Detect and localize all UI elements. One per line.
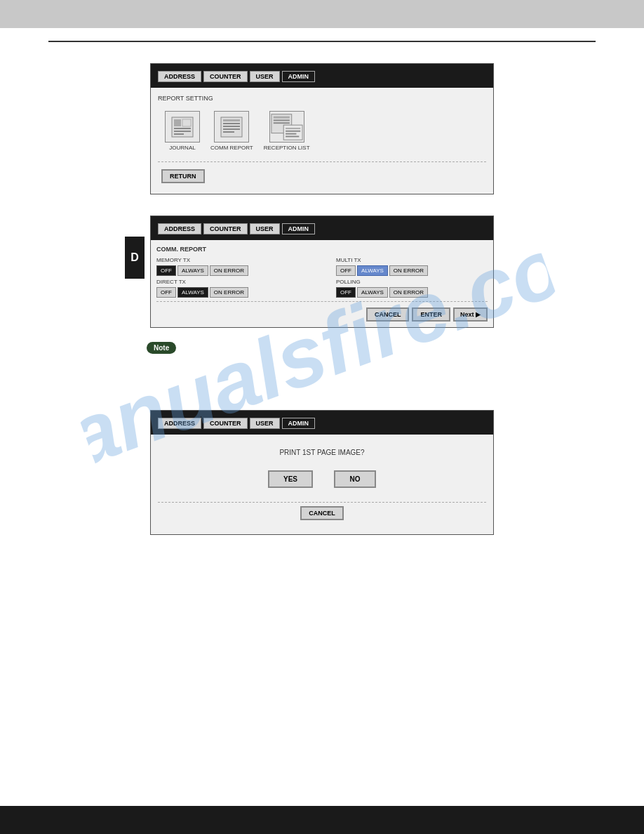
tab-admin-2[interactable]: ADMIN xyxy=(282,223,316,234)
direct-tx-label: DIRECT TX xyxy=(156,279,308,285)
print-question: PRINT 1ST PAGE IMAGE? xyxy=(158,449,486,456)
action-row: CANCEL ENTER Next ▶ xyxy=(156,307,488,322)
panel3-header: ADDRESS COUNTER USER ADMIN xyxy=(151,411,493,435)
print-section: PRINT 1ST PAGE IMAGE? YES NO CANCEL xyxy=(151,435,493,534)
dashed-sep-2 xyxy=(156,301,488,302)
svg-rect-13 xyxy=(273,116,289,118)
multi-tx-group: MULTI TX OFF ALWAYS ON ERROR xyxy=(336,257,488,276)
direct-tx-off[interactable]: OFF xyxy=(156,287,176,298)
memory-tx-onerror[interactable]: ON ERROR xyxy=(210,265,248,276)
svg-rect-18 xyxy=(286,130,300,131)
reception-list-icon-box[interactable]: RECEPTION LIST xyxy=(264,111,310,151)
polling-label: POLLING xyxy=(336,279,488,285)
svg-rect-9 xyxy=(223,126,240,127)
svg-rect-4 xyxy=(174,133,184,135)
polling-group: POLLING OFF ALWAYS ON ERROR xyxy=(336,279,488,298)
tab-address-1[interactable]: ADDRESS xyxy=(158,71,201,82)
journal-icon xyxy=(165,111,200,143)
svg-rect-14 xyxy=(273,119,289,121)
cancel-button-3[interactable]: CANCEL xyxy=(300,506,344,520)
polling-onerror[interactable]: ON ERROR xyxy=(389,287,428,298)
tab-user-3[interactable]: USER xyxy=(250,418,280,429)
note-text xyxy=(147,358,497,368)
polling-off[interactable]: OFF xyxy=(336,287,356,298)
tab-address-3[interactable]: ADDRESS xyxy=(158,418,201,429)
bottom-bar xyxy=(0,806,644,834)
svg-rect-16 xyxy=(283,125,302,140)
tab-user-1[interactable]: USER xyxy=(250,71,280,82)
cancel-center: CANCEL xyxy=(158,506,486,520)
icon-row: JOURNAL xyxy=(158,107,486,158)
panel1-content: REPORT SETTING xyxy=(151,88,493,194)
print-buttons: YES NO xyxy=(158,470,486,488)
svg-rect-7 xyxy=(223,119,240,121)
tab-counter-3[interactable]: COUNTER xyxy=(203,418,248,429)
comm-title: COMM. REPORT xyxy=(156,246,488,253)
next-button[interactable]: Next ▶ xyxy=(453,307,488,322)
polling-always[interactable]: ALWAYS xyxy=(357,287,388,298)
multi-tx-label: MULTI TX xyxy=(336,257,488,263)
svg-rect-19 xyxy=(286,133,296,134)
tab-admin-3[interactable]: ADMIN xyxy=(282,418,316,429)
multi-tx-buttons: OFF ALWAYS ON ERROR xyxy=(336,265,488,276)
enter-button[interactable]: ENTER xyxy=(412,307,450,322)
panel3-tabs: ADDRESS COUNTER USER ADMIN xyxy=(155,416,489,430)
multi-tx-off[interactable]: OFF xyxy=(336,265,356,276)
panel2-header: ADDRESS COUNTER USER ADMIN xyxy=(151,216,493,240)
svg-rect-2 xyxy=(174,128,191,129)
journal-label: JOURNAL xyxy=(169,145,195,151)
comm-report-icon xyxy=(214,111,249,143)
yes-button[interactable]: YES xyxy=(268,470,313,488)
direct-tx-buttons: OFF ALWAYS ON ERROR xyxy=(156,287,308,298)
direct-tx-group: DIRECT TX OFF ALWAYS ON ERROR xyxy=(156,279,308,298)
svg-rect-20 xyxy=(286,135,299,137)
hr-divider xyxy=(48,41,596,42)
cancel-button-2[interactable]: CANCEL xyxy=(366,307,410,322)
svg-rect-11 xyxy=(223,131,234,133)
return-button[interactable]: RETURN xyxy=(161,169,205,183)
dashed-sep-1 xyxy=(158,161,486,162)
panel3: ADDRESS COUNTER USER ADMIN PRINT 1ST PAG… xyxy=(150,410,494,535)
section2-comm-report: D ADDRESS COUNTER USER ADMIN COMM. REPOR… xyxy=(0,216,644,328)
svg-rect-3 xyxy=(174,131,191,132)
panel2-tabs: ADDRESS COUNTER USER ADMIN xyxy=(155,222,489,236)
dashed-sep-3 xyxy=(158,502,486,503)
direct-tx-onerror[interactable]: ON ERROR xyxy=(210,287,248,298)
no-button[interactable]: NO xyxy=(334,470,376,488)
tab-counter-1[interactable]: COUNTER xyxy=(203,71,248,82)
note-section: Note xyxy=(147,342,497,368)
tab-user-2[interactable]: USER xyxy=(250,223,280,234)
panel2: ADDRESS COUNTER USER ADMIN COMM. REPORT … xyxy=(150,216,494,328)
section3-print-page: ADDRESS COUNTER USER ADMIN PRINT 1ST PAG… xyxy=(0,410,644,535)
comm-section: COMM. REPORT MEMORY TX OFF ALWAYS ON ERR… xyxy=(151,240,493,327)
comm-report-icon-box[interactable]: COMM REPORT xyxy=(210,111,253,151)
direct-tx-always[interactable]: ALWAYS xyxy=(177,287,208,298)
svg-rect-1 xyxy=(174,119,181,126)
note-badge: Note xyxy=(147,342,176,354)
memory-tx-group: MEMORY TX OFF ALWAYS ON ERROR xyxy=(156,257,308,276)
panel1: ADDRESS COUNTER USER ADMIN REPORT SETTIN… xyxy=(150,63,494,194)
reception-list-icon xyxy=(269,111,304,143)
panel1-header: ADDRESS COUNTER USER ADMIN xyxy=(151,64,493,88)
reception-list-label: RECEPTION LIST xyxy=(264,145,310,151)
multi-tx-onerror[interactable]: ON ERROR xyxy=(389,265,428,276)
svg-rect-8 xyxy=(223,123,240,124)
comm-report-label: COMM REPORT xyxy=(210,145,253,151)
memory-tx-buttons: OFF ALWAYS ON ERROR xyxy=(156,265,308,276)
memory-tx-always[interactable]: ALWAYS xyxy=(177,265,208,276)
multi-tx-always[interactable]: ALWAYS xyxy=(357,265,388,276)
svg-rect-10 xyxy=(223,128,240,130)
svg-rect-17 xyxy=(286,127,300,128)
memory-tx-label: MEMORY TX xyxy=(156,257,308,263)
tab-counter-2[interactable]: COUNTER xyxy=(203,223,248,234)
tx-row-1: MEMORY TX OFF ALWAYS ON ERROR MULTI TX xyxy=(156,257,488,276)
memory-tx-off[interactable]: OFF xyxy=(156,265,176,276)
side-tab-d: D xyxy=(125,237,145,279)
polling-buttons: OFF ALWAYS ON ERROR xyxy=(336,287,488,298)
tab-admin-1[interactable]: ADMIN xyxy=(282,71,316,82)
tab-address-2[interactable]: ADDRESS xyxy=(158,223,201,234)
section1-report-setting: ADDRESS COUNTER USER ADMIN REPORT SETTIN… xyxy=(0,63,644,194)
panel1-tabs: ADDRESS COUNTER USER ADMIN xyxy=(155,70,489,84)
svg-rect-15 xyxy=(273,122,289,124)
journal-icon-box[interactable]: JOURNAL xyxy=(165,111,200,151)
